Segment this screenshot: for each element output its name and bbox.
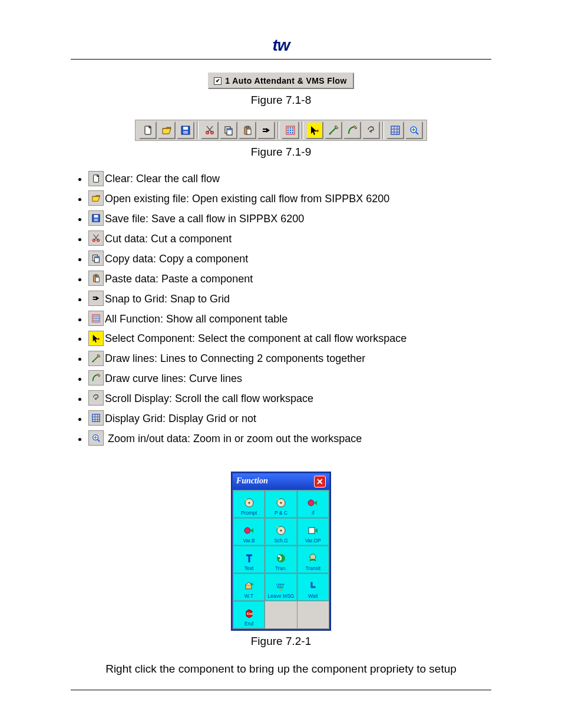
function-wait[interactable]: Wait	[297, 574, 329, 601]
cut-button[interactable]	[201, 121, 219, 139]
figure-caption-7-2-1: Figure 7.2-1	[71, 633, 491, 650]
function-leave-msg[interactable]: Leave MSG	[265, 574, 296, 601]
function-label: Text	[244, 566, 254, 571]
clear-icon	[143, 125, 153, 136]
copy-icon	[223, 125, 234, 136]
select-icon	[88, 331, 104, 346]
scroll-button[interactable]	[362, 121, 380, 139]
function-var-op[interactable]: Var.OP	[297, 518, 329, 545]
function-label: Sch.G	[274, 538, 288, 543]
desc-item: Cut data: Cut a component	[88, 231, 491, 248]
allfunc-icon	[285, 125, 296, 136]
empty-cell	[265, 601, 296, 628]
figure-caption-7-1-9: Figure 7.1-9	[71, 143, 491, 160]
function-text[interactable]: Text	[233, 546, 265, 573]
function-icon	[275, 524, 287, 537]
copy-icon	[88, 251, 104, 266]
function-icon	[306, 524, 319, 537]
function-icon	[243, 579, 256, 592]
scroll-icon	[366, 125, 376, 136]
desc-text: Clear: Clear the call flow	[105, 173, 220, 185]
desc-item: Draw lines: Lines to Connecting 2 compon…	[88, 351, 491, 367]
select-button[interactable]	[306, 121, 323, 139]
desc-text: Draw curve lines: Curve lines	[105, 373, 242, 384]
cut-icon	[204, 125, 215, 136]
snap-button[interactable]	[257, 121, 275, 139]
cut-icon	[88, 230, 104, 246]
paste-icon	[88, 271, 104, 286]
save-button[interactable]	[177, 121, 194, 139]
function-label: Var.B	[243, 538, 255, 543]
clear-button[interactable]	[139, 121, 157, 139]
function-icon	[275, 579, 287, 592]
allfunc-button[interactable]	[282, 121, 299, 139]
drawline-button[interactable]	[325, 121, 342, 139]
function-icon	[275, 552, 287, 565]
function-label: Transit	[305, 566, 320, 571]
drawline-icon	[88, 351, 104, 366]
function-label: Prompt	[241, 510, 257, 516]
desc-text: Cut data: Cut a component	[105, 233, 232, 245]
function-icon	[243, 496, 256, 509]
function-var-b[interactable]: Var.B	[233, 518, 265, 545]
function-p-c[interactable]: P & C	[265, 490, 296, 518]
save-icon	[88, 210, 104, 226]
grid-button[interactable]	[386, 121, 404, 139]
clear-icon	[88, 171, 104, 186]
paste-button[interactable]	[239, 121, 256, 139]
toolbar	[135, 120, 427, 141]
desc-text: Scroll Display: Scroll the call flow wor…	[105, 393, 313, 404]
drawline-icon	[328, 125, 339, 136]
checkbox-icon: ✔	[214, 77, 222, 85]
grid-icon	[88, 410, 104, 426]
desc-item: Save file: Save a call flow in SIPPBX 62…	[88, 211, 491, 228]
desc-item: Display Grid: Display Grid or not	[88, 411, 491, 427]
desc-text: Open existing file: Open existing call f…	[105, 193, 389, 205]
logo-text: tw	[272, 32, 289, 58]
function-label: Tran.	[275, 566, 287, 571]
zoom-button[interactable]	[405, 121, 423, 139]
desc-text: Draw lines: Lines to Connecting 2 compon…	[105, 353, 365, 364]
drawcurve-icon	[88, 370, 104, 386]
function-prompt[interactable]: Prompt	[233, 490, 265, 518]
select-icon	[309, 125, 320, 136]
function-grid: PromptP & CIfVar.BSch.GVar.OPTextTran.Tr…	[233, 490, 329, 629]
desc-item: Copy data: Copy a component	[88, 251, 491, 268]
function-if[interactable]: If	[297, 490, 329, 518]
function-end[interactable]: End	[233, 601, 265, 628]
snap-icon	[261, 125, 272, 136]
desc-text: Save file: Save a call flow in SIPPBX 62…	[105, 213, 304, 225]
drawcurve-button[interactable]	[343, 121, 361, 139]
open-button[interactable]	[158, 121, 176, 139]
allfunc-icon	[88, 311, 104, 326]
desc-item: Scroll Display: Scroll the call flow wor…	[88, 391, 491, 407]
open-icon	[88, 190, 104, 206]
header-logo: tw	[71, 32, 491, 58]
open-icon	[161, 125, 172, 136]
function-label: Leave MSG	[268, 594, 295, 599]
function-w-t[interactable]: W.T	[233, 574, 265, 601]
function-label: Var.OP	[305, 538, 321, 543]
function-icon	[243, 607, 256, 620]
desc-text: Select Component: Select the component a…	[105, 332, 406, 344]
function-label: Wait	[308, 594, 318, 599]
empty-cell	[297, 601, 329, 628]
function-transit[interactable]: Transit	[297, 546, 329, 573]
drawcurve-icon	[347, 125, 358, 136]
function-tran-[interactable]: Tran.	[265, 546, 296, 573]
figure-caption-7-1-8: Figure 7.1-8	[71, 91, 491, 108]
flow-tab[interactable]: ✔ 1 Auto Attendant & VMS Flow	[208, 73, 354, 89]
function-icon	[306, 579, 319, 592]
close-button[interactable]: ✕	[314, 476, 326, 487]
desc-item: Draw curve lines: Curve lines	[88, 371, 491, 387]
header-rule	[71, 59, 491, 60]
function-sch-g[interactable]: Sch.G	[265, 518, 296, 545]
function-label: W.T	[244, 594, 253, 599]
copy-button[interactable]	[220, 121, 237, 139]
desc-item: Select Component: Select the component a…	[88, 331, 491, 347]
footer-text: Right click the component to bring up th…	[71, 660, 491, 677]
zoom-icon	[409, 125, 419, 136]
desc-item: Open existing file: Open existing call f…	[88, 191, 491, 207]
function-label: End	[244, 621, 253, 627]
desc-text: Zoom in/out data: Zoom in or zoom out th…	[105, 433, 362, 444]
